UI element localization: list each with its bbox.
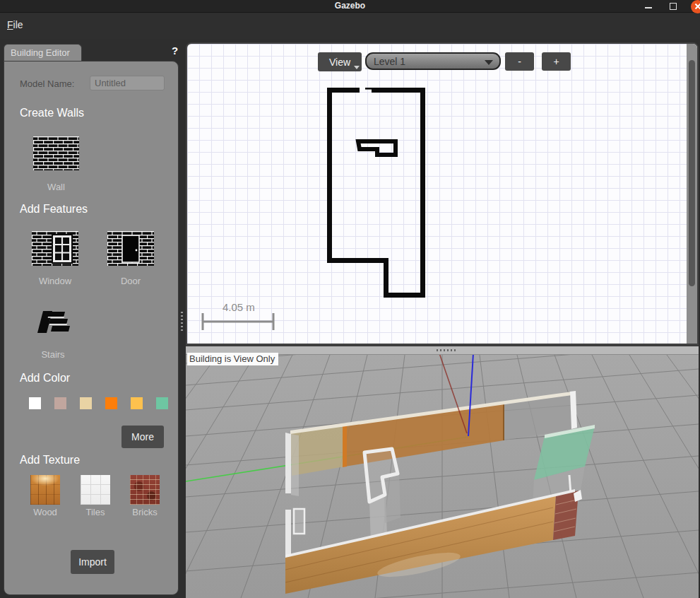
door-tool-icon[interactable] xyxy=(107,231,154,266)
texture-bricks-thumb[interactable] xyxy=(130,475,160,505)
color-swatch-rose[interactable] xyxy=(54,397,66,409)
minimize-icon[interactable] xyxy=(645,7,652,8)
title-bar: Gazebo xyxy=(0,0,700,13)
gazebo-window: Gazebo File Building Editor ? Model Name… xyxy=(0,0,700,598)
render-3d-view[interactable] xyxy=(186,355,699,598)
model-name-input[interactable] xyxy=(90,76,165,90)
window-title: Gazebo xyxy=(0,1,700,11)
view-menu-label: View xyxy=(329,57,350,68)
texture-tiles-label: Tiles xyxy=(81,507,110,517)
vertical-scrollbar-thumb[interactable] xyxy=(689,60,695,286)
zoom-out-button[interactable]: - xyxy=(505,52,534,71)
model-name-label: Model Name: xyxy=(20,78,74,89)
color-swatch-teal[interactable] xyxy=(156,397,168,409)
menu-file[interactable]: File xyxy=(7,19,23,30)
door-tool-label: Door xyxy=(107,276,154,286)
scale-label: 4.05 m xyxy=(223,301,255,313)
view-menu-button[interactable]: View xyxy=(318,52,362,71)
add-features-heading: Add Features xyxy=(20,203,88,216)
add-color-heading: Add Color xyxy=(20,372,70,385)
stairs-tool-icon[interactable] xyxy=(36,308,70,336)
color-swatch-orange[interactable] xyxy=(105,397,117,409)
menu-bar: File xyxy=(0,13,700,39)
maximize-icon[interactable] xyxy=(670,3,677,10)
vertical-splitter-handle[interactable] xyxy=(181,312,183,333)
texture-tiles-thumb[interactable] xyxy=(81,475,110,505)
wall-tool-icon[interactable] xyxy=(33,136,79,170)
more-colors-button[interactable]: More xyxy=(121,426,164,448)
stairs-tool-label: Stairs xyxy=(30,349,76,360)
color-swatch-tan[interactable] xyxy=(80,397,92,409)
floorplan-2d-view[interactable]: View Level 1 - + xyxy=(186,42,699,345)
color-swatch-amber[interactable] xyxy=(131,397,143,409)
color-swatch-white[interactable] xyxy=(29,397,41,409)
splitter-grip-icon xyxy=(437,349,456,351)
texture-wood-label: Wood xyxy=(30,507,60,517)
view-only-overlay: Building is View Only xyxy=(187,353,278,365)
chevron-down-icon xyxy=(354,66,360,69)
import-texture-button[interactable]: Import xyxy=(71,550,114,574)
floorplan-drawing: 4.05 m xyxy=(187,44,697,344)
zoom-in-button[interactable]: + xyxy=(542,52,571,71)
window-tool-label: Window xyxy=(32,276,78,286)
vertical-scrollbar-track[interactable] xyxy=(687,44,697,344)
level-select[interactable]: Level 1 xyxy=(365,52,501,70)
level-select-value: Level 1 xyxy=(374,56,405,67)
add-texture-heading: Add Texture xyxy=(20,454,80,467)
texture-bricks-label: Bricks xyxy=(130,507,160,517)
scale-bar xyxy=(203,313,273,330)
building-editor-panel: Model Name: Create Walls Wall Add Featur… xyxy=(4,61,179,595)
texture-wood-thumb[interactable] xyxy=(30,475,60,505)
dropdown-arrow-icon xyxy=(485,60,493,65)
close-icon[interactable] xyxy=(691,0,700,13)
render-3d-scene xyxy=(186,355,699,598)
tab-building-editor[interactable]: Building Editor xyxy=(4,44,82,61)
wall-tool-label: Wall xyxy=(33,182,79,192)
help-icon[interactable]: ? xyxy=(172,45,178,57)
interior-wall-outline xyxy=(358,141,396,155)
window-tool-icon[interactable] xyxy=(32,231,78,266)
create-walls-heading: Create Walls xyxy=(20,107,84,119)
